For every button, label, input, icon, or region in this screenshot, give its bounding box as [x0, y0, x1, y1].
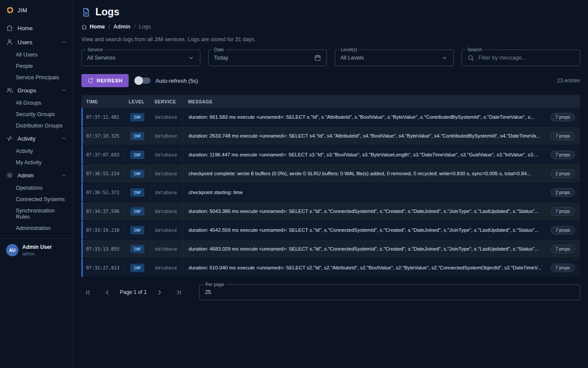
service-select-label: Service	[86, 47, 105, 52]
last-page-button[interactable]	[172, 286, 185, 299]
log-time: 07:37:10.325	[81, 127, 125, 145]
breadcrumb: Home / Admin / Logs	[81, 24, 580, 30]
sidebar-subitem-connected-systems[interactable]: Connected Systems	[0, 194, 73, 205]
log-props-chip[interactable]: 7 props	[551, 113, 575, 121]
log-row[interactable]: 07:37:11.481 INF database duration: 661.…	[81, 108, 580, 127]
log-row[interactable]: 07:37:10.325 INF database duration: 2633…	[81, 127, 580, 145]
sidebar-subitem-people[interactable]: People	[0, 60, 73, 72]
auto-refresh-toggle[interactable]: Auto-refresh (5s)	[136, 78, 198, 84]
sidebar-subitem-security-groups[interactable]: Security Groups	[0, 109, 73, 120]
avatar: AU	[6, 244, 18, 256]
home-icon	[81, 24, 87, 30]
column-header-message: MESSAGE	[183, 99, 580, 104]
levels-select[interactable]: Level(s) All Levels	[335, 50, 454, 66]
sidebar-item-activity[interactable]: Activity	[0, 131, 73, 145]
search-field-label: Search	[466, 47, 484, 52]
sidebar-subitem-activity[interactable]: Activity	[0, 145, 73, 157]
sidebar-subitem-administration[interactable]: Administration	[0, 223, 73, 234]
log-level-badge: INF	[130, 245, 144, 253]
log-message: duration: 510.040 ms execute <unnamed>: …	[189, 264, 546, 272]
app-root: JIM HomeUsersAll UsersPeopleService Prin…	[0, 0, 588, 368]
log-time: 07:37:07.683	[81, 145, 125, 164]
column-header-time: TIME	[81, 99, 125, 104]
user-icon	[6, 39, 13, 46]
log-props-chip[interactable]: 7 props	[551, 151, 575, 159]
log-row[interactable]: 07:32:27.813 INF database duration: 510.…	[81, 258, 580, 277]
brand-logo-icon	[6, 6, 14, 14]
sidebar-subitem-distribution-groups[interactable]: Distribution Groups	[0, 120, 73, 131]
log-props-chip[interactable]: 2 props	[551, 188, 575, 197]
home-icon	[6, 25, 13, 32]
previous-page-button[interactable]	[101, 286, 114, 299]
log-message: duration: 2633.748 ms execute <unnamed>:…	[189, 132, 546, 140]
service-select[interactable]: Service All Services	[81, 50, 200, 66]
log-level-badge: INF	[130, 188, 144, 197]
per-page-select[interactable]: Per page 25	[199, 284, 580, 300]
log-service: database	[150, 164, 183, 183]
sidebar-subitem-synchronisation-rules[interactable]: Synchronisation Rules	[0, 205, 73, 223]
breadcrumb-home[interactable]: Home	[81, 24, 105, 30]
log-time: 07:33:13.855	[81, 240, 125, 258]
pagination: Page 1 of 1 Per page 25	[81, 284, 580, 306]
search-icon	[467, 54, 474, 61]
users-icon	[6, 87, 13, 94]
log-message: duration: 1196.447 ms execute <unnamed>:…	[189, 151, 546, 159]
auto-refresh-label: Auto-refresh (5s)	[155, 78, 198, 84]
sidebar-subitem-operations[interactable]: Operations	[0, 182, 73, 194]
gear-icon	[6, 172, 13, 179]
next-page-button[interactable]	[153, 286, 166, 299]
log-row[interactable]: 07:37:07.683 INF database duration: 1196…	[81, 145, 580, 164]
sidebar-item-groups[interactable]: Groups	[0, 83, 73, 97]
sidebar-item-users[interactable]: Users	[0, 35, 73, 49]
date-field[interactable]: Date Today	[208, 50, 327, 66]
log-props-chip[interactable]: 7 props	[551, 245, 575, 253]
sidebar-subitem-all-groups[interactable]: All Groups	[0, 97, 73, 109]
log-props-chip[interactable]: 7 props	[551, 226, 575, 234]
log-level-badge: INF	[130, 151, 144, 159]
log-row[interactable]: 07:33:19.210 INF database duration: 4542…	[81, 221, 580, 240]
log-time: 07:37:11.481	[81, 108, 125, 126]
search-input[interactable]	[478, 54, 575, 61]
levels-select-value: All Levels	[340, 55, 438, 61]
sidebar-subitem-all-users[interactable]: All Users	[0, 49, 73, 60]
first-page-button[interactable]	[81, 286, 94, 299]
log-message: checkpoint starting: time	[189, 189, 546, 196]
log-time: 07:33:19.210	[81, 221, 125, 239]
brand[interactable]: JIM	[0, 4, 73, 21]
filters-bar: Service All Services Date Today Level(s)…	[81, 50, 580, 66]
user-block[interactable]: AU Admin User admin	[0, 242, 73, 262]
chevron-down-icon	[441, 54, 448, 61]
toggle-track	[136, 78, 150, 84]
log-message: duration: 5043.386 ms execute <unnamed>:…	[189, 208, 546, 215]
entries-count: 23 entries	[557, 78, 580, 84]
calendar-icon[interactable]	[314, 54, 321, 61]
sidebar-item-home[interactable]: Home	[0, 21, 73, 35]
log-props-chip[interactable]: 7 props	[551, 264, 575, 272]
per-page-value: 25	[205, 289, 574, 295]
log-props-chip[interactable]: 7 props	[551, 207, 575, 216]
breadcrumb-separator: /	[134, 24, 135, 30]
log-row[interactable]: 07:33:13.855 INF database duration: 4683…	[81, 240, 580, 258]
log-service: database	[150, 202, 183, 220]
sidebar-item-admin[interactable]: Admin	[0, 168, 73, 182]
breadcrumb-admin[interactable]: Admin	[113, 24, 130, 30]
log-service: database	[150, 221, 183, 239]
log-row[interactable]: 07:34:37.596 INF database duration: 5043…	[81, 202, 580, 221]
page-info: Page 1 of 1	[120, 289, 147, 295]
log-service: database	[150, 145, 183, 164]
sidebar-divider	[0, 238, 73, 239]
column-header-level: LEVEL	[125, 99, 150, 104]
log-row[interactable]: 07:36:52.372 INF database checkpoint sta…	[81, 183, 580, 202]
log-table: TIME LEVEL SERVICE MESSAGE 07:37:11.481 …	[81, 95, 580, 277]
sidebar-subitem-my-activity[interactable]: My Activity	[0, 157, 73, 168]
search-field[interactable]: Search	[462, 50, 581, 66]
log-props-chip[interactable]: 2 props	[551, 170, 575, 178]
refresh-button[interactable]: REFRESH	[81, 74, 129, 87]
levels-select-label: Level(s)	[339, 47, 359, 52]
log-level-badge: INF	[130, 132, 144, 140]
log-row[interactable]: 07:36:53.214 INF database checkpoint com…	[81, 164, 580, 183]
log-message: checkpoint complete: wrote 8 buffers (0.…	[189, 170, 546, 177]
sidebar-subitem-service-principals[interactable]: Service Principals	[0, 72, 73, 83]
toolbar: REFRESH Auto-refresh (5s) 23 entries	[81, 74, 580, 87]
log-props-chip[interactable]: 7 props	[551, 132, 575, 140]
